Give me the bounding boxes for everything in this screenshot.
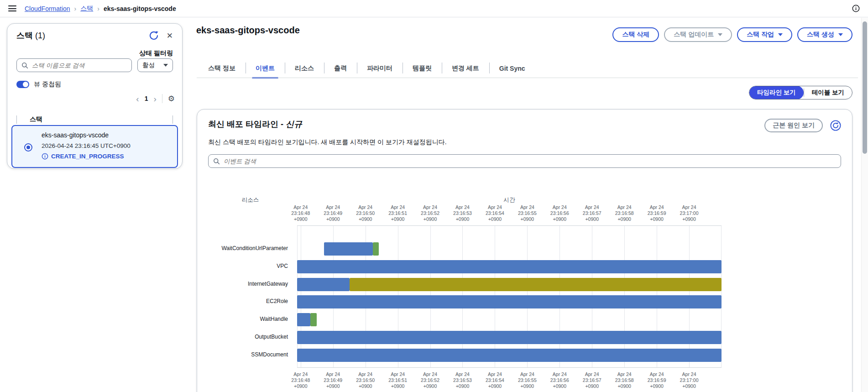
tab-change-sets[interactable]: 변경 세트 <box>442 58 489 78</box>
chevron-down-icon <box>718 33 722 36</box>
timeline-title-new-label: 신규 <box>286 120 302 129</box>
column-header-stack: 스택 <box>30 115 42 124</box>
timeline-bar-segment[interactable] <box>324 242 373 256</box>
timeline-bar-segment[interactable] <box>297 313 310 326</box>
stack-status-link[interactable]: CREATE_IN_PROGRESS <box>42 153 124 160</box>
x-tick-label: Apr 2423:16:58+0900 <box>615 371 634 389</box>
x-tick-label: Apr 2423:16:56+0900 <box>550 371 569 389</box>
toggle-switch[interactable] <box>16 81 29 88</box>
timeline-bar-row <box>297 295 722 308</box>
scrollbar-thumb[interactable] <box>863 21 867 154</box>
column-divider <box>173 115 173 124</box>
stack-count: (1) <box>35 31 45 41</box>
resource-label: WaitConditionUrlParameter <box>221 242 288 255</box>
x-tick-label: Apr 2423:16:48+0900 <box>291 204 310 222</box>
breadcrumb-stacks[interactable]: 스택 <box>80 5 93 13</box>
resource-label: EC2Role <box>266 295 288 308</box>
timeline-bar-segment[interactable] <box>350 278 722 291</box>
x-tick-label: Apr 2423:16:55+0900 <box>518 204 537 222</box>
timeline-view-segment[interactable]: 타임라인 보기 <box>749 86 804 99</box>
tab-template[interactable]: 템플릿 <box>403 58 442 78</box>
status-info-icon <box>42 153 48 160</box>
status-filter-select[interactable]: 활성 <box>137 58 173 72</box>
deployment-timeline-chart: 리소스 시간 Apr 2423:16:48+0900Apr 2423:16:49… <box>208 195 841 392</box>
status-filter-value: 활성 <box>142 61 155 69</box>
timeline-bar-segment[interactable] <box>297 349 722 362</box>
view-mode-segmented-control: 타임라인 보기 테이블 보기 <box>749 86 852 99</box>
top-navigation-bar: CloudFormation › 스택 › eks-saas-gitops-vs… <box>0 0 868 17</box>
timeline-refresh-icon[interactable] <box>830 120 841 131</box>
radio-selected-icon[interactable] <box>24 143 32 152</box>
info-icon[interactable] <box>852 5 860 12</box>
timeline-bar-segment[interactable] <box>373 242 379 256</box>
create-stack-button[interactable]: 스택 생성 <box>797 27 852 42</box>
pagination-page-1[interactable]: 1 <box>145 95 148 102</box>
x-axis-ticks-top: Apr 2423:16:48+0900Apr 2423:16:49+0900Ap… <box>297 204 722 224</box>
column-divider <box>16 115 17 124</box>
pagination-prev-icon[interactable]: ‹ <box>136 94 139 103</box>
x-tick-label: Apr 2423:17:00+0900 <box>680 204 699 222</box>
chevron-down-icon <box>778 33 783 36</box>
preferences-gear-icon[interactable]: ⚙ <box>168 95 175 103</box>
stacks-side-panel: 스택 (1) ✕ 상태 필터링 활성 뷰 중첩됨 ‹ 1 › ⚙ 스택 eks-… <box>7 23 183 169</box>
timeline-bar-segment[interactable] <box>297 331 722 344</box>
tab-outputs[interactable]: 출력 <box>324 58 357 78</box>
tab-parameters[interactable]: 파라미터 <box>357 58 403 78</box>
delete-stack-button[interactable]: 스택 삭제 <box>612 27 659 42</box>
root-cause-button[interactable]: 근본 원인 보기 <box>764 119 823 132</box>
timeline-bar-segment[interactable] <box>297 278 350 291</box>
tab-stack-info[interactable]: 스택 정보 <box>198 58 246 78</box>
x-axis-ticks-bottom: Apr 2423:16:48+0900Apr 2423:16:49+0900Ap… <box>297 371 722 391</box>
x-tick-label: Apr 2423:16:52+0900 <box>421 204 439 222</box>
x-tick-label: Apr 2423:16:51+0900 <box>388 371 407 389</box>
resource-labels-column: WaitConditionUrlParameterVPCInternetGate… <box>208 225 293 368</box>
timeline-panel-title: 최신 배포 타임라인 - 신규 <box>208 119 302 130</box>
status-filter-label: 상태 필터링 <box>139 49 173 57</box>
timeline-bar-row <box>297 331 722 344</box>
timeline-bar-row <box>297 242 722 256</box>
vertical-scrollbar[interactable] <box>861 18 868 392</box>
table-view-segment[interactable]: 테이블 보기 <box>804 86 852 99</box>
refresh-icon[interactable] <box>148 30 159 41</box>
panel-title: 스택 <box>16 30 33 41</box>
timeline-plot-area <box>297 225 722 368</box>
view-nested-toggle[interactable]: 뷰 중첩됨 <box>16 80 61 89</box>
update-stack-button[interactable]: 스택 업데이트 <box>664 27 732 42</box>
stack-actions-button[interactable]: 스택 작업 <box>737 27 792 42</box>
x-tick-label: Apr 2423:16:56+0900 <box>550 204 569 222</box>
search-icon <box>21 62 28 69</box>
x-tick-label: Apr 2423:16:49+0900 <box>324 371 342 389</box>
event-search-input[interactable] <box>208 154 841 168</box>
x-tick-label: Apr 2423:16:52+0900 <box>421 371 439 389</box>
tab-git-sync[interactable]: Git Sync <box>489 58 535 78</box>
timeline-bar-segment[interactable] <box>310 313 316 326</box>
breadcrumb-current: eks-saas-gitops-vscode <box>104 5 176 12</box>
stack-timestamp: 2026-04-24 23:16:45 UTC+0900 <box>42 142 131 149</box>
x-tick-label: Apr 2423:16:54+0900 <box>486 204 504 222</box>
timeline-bar-row <box>297 260 722 273</box>
breadcrumb-cloudformation[interactable]: CloudFormation <box>25 5 70 12</box>
toggle-label: 뷰 중첩됨 <box>34 80 61 89</box>
timeline-bar-row <box>297 349 722 362</box>
tab-events[interactable]: 이벤트 <box>246 58 285 78</box>
hamburger-menu-icon[interactable] <box>8 5 16 11</box>
x-tick-label: Apr 2423:16:51+0900 <box>388 204 407 222</box>
x-axis-title: 시간 <box>297 196 722 204</box>
timeline-bar-segment[interactable] <box>297 260 722 273</box>
status-badge: CREATE_IN_PROGRESS <box>51 153 124 160</box>
x-tick-label: Apr 2423:16:54+0900 <box>486 371 504 389</box>
deployment-timeline-panel: 최신 배포 타임라인 - 신규 근본 원인 보기 최신 스택 배포의 타임라인 … <box>197 109 852 392</box>
stack-list-item-selected[interactable]: eks-saas-gitops-vscode 2026-04-24 23:16:… <box>11 125 178 168</box>
x-tick-label: Apr 2423:17:00+0900 <box>680 371 699 389</box>
timeline-description: 최신 스택 배포의 타임라인 보기입니다. 새 배포를 시작하면 이 보기가 재… <box>208 138 841 146</box>
tab-resources[interactable]: 리소스 <box>285 58 324 78</box>
close-icon[interactable]: ✕ <box>167 32 173 40</box>
chevron-down-icon <box>838 33 843 36</box>
x-tick-label: Apr 2423:16:53+0900 <box>453 204 472 222</box>
resource-label: OutputBucket <box>255 330 288 344</box>
stack-search-input[interactable] <box>16 58 132 72</box>
x-tick-label: Apr 2423:16:50+0900 <box>356 204 375 222</box>
x-tick-label: Apr 2423:16:59+0900 <box>648 371 666 389</box>
pagination-next-icon[interactable]: › <box>153 94 156 103</box>
timeline-bar-segment[interactable] <box>297 295 722 308</box>
